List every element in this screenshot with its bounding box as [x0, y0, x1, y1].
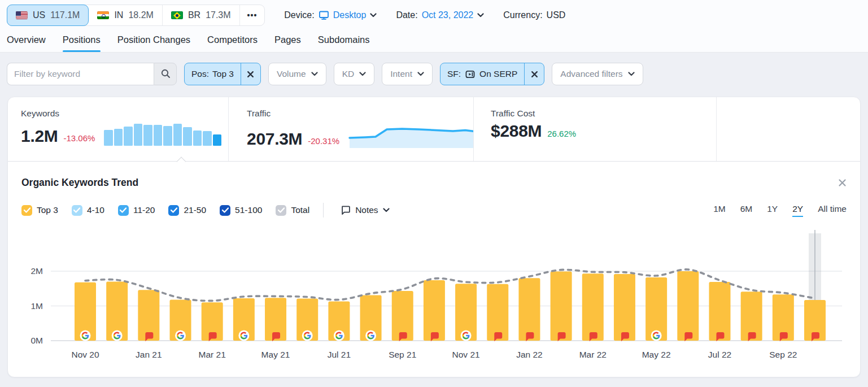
range-1m[interactable]: 1M: [713, 204, 726, 217]
chip-prefix: Pos:: [191, 69, 209, 79]
x-axis-label: Jul 21: [328, 350, 351, 359]
legend-label: Top 3: [37, 205, 58, 215]
notes-dropdown[interactable]: Notes: [337, 205, 393, 216]
x-axis-label: Nov 20: [71, 350, 99, 359]
spark-bar: [104, 130, 113, 146]
checkbox-checked-icon: [168, 205, 179, 216]
device-value: Desktop: [333, 10, 367, 20]
volume-filter-dropdown[interactable]: Volume: [268, 63, 326, 85]
tab-positions[interactable]: Positions: [63, 29, 101, 52]
google-update-marker[interactable]: [651, 331, 662, 341]
google-update-marker[interactable]: [365, 331, 376, 341]
chart-bar-mar-22[interactable]: [582, 273, 604, 341]
search-icon: [160, 68, 171, 80]
legend-51-100-checkbox[interactable]: 51-100: [220, 205, 262, 216]
currency-value: USD: [547, 10, 566, 20]
stat-traffic-cost[interactable]: Traffic Cost $288M 26.62%: [474, 97, 717, 161]
checkbox-checked-icon: [220, 205, 230, 216]
checkbox-checked-icon: [21, 205, 32, 216]
tab-pages[interactable]: Pages: [274, 29, 301, 52]
chip-value: On SERP: [479, 69, 517, 79]
organic-keywords-trend-panel: Organic Keywords Trend Top 3 4-10 11-20 …: [8, 162, 860, 367]
advanced-filters-dropdown[interactable]: Advanced filters: [552, 63, 643, 85]
country-tab-br[interactable]: BR 17.3M: [163, 5, 240, 25]
search-button[interactable]: [154, 63, 177, 85]
total-trend-dashed-line: [85, 269, 815, 301]
remove-position-filter-button[interactable]: [241, 63, 260, 85]
country-code: US: [33, 10, 45, 20]
range-6m[interactable]: 6M: [740, 204, 753, 217]
tab-subdomains[interactable]: Subdomains: [318, 29, 370, 52]
range-2y[interactable]: 2Y: [792, 204, 803, 217]
google-update-marker[interactable]: [80, 331, 91, 341]
header-area: US 117.1M IN 18.2M BR 17.3M ••• Device:: [0, 0, 868, 53]
x-axis-label: Mar 21: [199, 350, 226, 359]
position-filter-chip[interactable]: Pos: Top 3: [184, 63, 261, 85]
br-flag-icon: [171, 11, 183, 19]
chart-bar-apr-22[interactable]: [614, 274, 635, 341]
positions-overview-card: Keywords 1.2M -13.06% Traffic 207.3M -20…: [7, 97, 861, 377]
country-tab-us[interactable]: US 117.1M: [7, 5, 89, 26]
legend-11-20-checkbox[interactable]: 11-20: [118, 205, 155, 216]
legend-21-50-checkbox[interactable]: 21-50: [168, 205, 206, 216]
keywords-trend-chart[interactable]: 0M1M2MNov 20Jan 21Mar 21May 21Jul 21Sep …: [21, 222, 847, 367]
google-update-marker[interactable]: [334, 331, 344, 341]
chart-bar-oct-21[interactable]: [424, 280, 445, 341]
spark-bar: [203, 131, 212, 146]
top-bar: US 117.1M IN 18.2M BR 17.3M ••• Device:: [0, 0, 868, 28]
stat-keywords[interactable]: Keywords 1.2M -13.06%: [8, 97, 229, 161]
country-code: IN: [114, 10, 123, 20]
date-value: Oct 23, 2022: [422, 10, 474, 20]
range-all-time[interactable]: All time: [818, 204, 847, 217]
close-panel-button[interactable]: [838, 179, 847, 187]
legend-top3-checkbox[interactable]: Top 3: [21, 205, 58, 216]
device-selector[interactable]: Device: Desktop: [284, 10, 377, 20]
legend-4-10-checkbox[interactable]: 4-10: [72, 205, 104, 216]
close-icon: [531, 71, 538, 78]
intent-filter-dropdown[interactable]: Intent: [382, 63, 433, 85]
chevron-down-icon: [417, 72, 424, 76]
checkbox-checked-icon: [118, 205, 129, 216]
dropdown-label: Volume: [277, 69, 306, 79]
x-axis-label: Jul 22: [708, 350, 731, 359]
kd-filter-dropdown[interactable]: KD: [334, 63, 375, 85]
country-tab-in[interactable]: IN 18.2M: [89, 5, 162, 25]
chart-bar-jan-22[interactable]: [518, 278, 540, 341]
note-icon: [341, 205, 351, 215]
dropdown-label: Advanced filters: [560, 69, 622, 79]
range-1y[interactable]: 1Y: [767, 204, 778, 217]
traffic-value: 207.3M: [247, 131, 302, 147]
spark-bar: [193, 131, 202, 146]
keyword-filter-input[interactable]: [7, 63, 154, 85]
chart-bar-dec-21[interactable]: [487, 284, 508, 341]
more-countries-button[interactable]: •••: [240, 5, 265, 25]
stat-traffic[interactable]: Traffic 207.3M -20.31%: [229, 97, 474, 161]
google-update-marker[interactable]: [461, 331, 472, 341]
tab-position-changes[interactable]: Position Changes: [117, 29, 190, 52]
tab-competitors[interactable]: Competitors: [207, 29, 258, 52]
x-axis-label: Jan 21: [136, 350, 162, 359]
legend-total-checkbox[interactable]: Total: [276, 205, 309, 216]
chart-bar-feb-22[interactable]: [551, 272, 572, 341]
date-selector[interactable]: Date: Oct 23, 2022: [396, 10, 484, 20]
google-update-marker[interactable]: [175, 331, 186, 341]
chart-bar-jul-22[interactable]: [709, 282, 730, 341]
google-update-marker[interactable]: [238, 331, 249, 341]
tab-overview[interactable]: Overview: [7, 29, 46, 52]
chevron-down-icon: [477, 13, 484, 18]
device-label: Device:: [284, 10, 314, 20]
x-axis-label: May 21: [261, 350, 290, 359]
ellipsis-icon: •••: [247, 11, 258, 20]
spark-bar: [183, 127, 192, 146]
x-axis-label: Jan 22: [516, 350, 543, 359]
y-axis-label: 1M: [30, 301, 43, 311]
notes-label: Notes: [355, 205, 378, 215]
serp-features-filter-chip[interactable]: SF: On SERP: [440, 63, 544, 85]
section-tabs: Overview Positions Position Changes Comp…: [0, 28, 868, 52]
video-serp-feature-icon: [465, 69, 475, 79]
chart-bar-jun-22[interactable]: [677, 271, 699, 341]
google-update-marker[interactable]: [112, 331, 123, 341]
google-update-marker[interactable]: [302, 331, 313, 341]
country-tabs: US 117.1M IN 18.2M BR 17.3M •••: [7, 5, 265, 26]
remove-serp-filter-button[interactable]: [524, 63, 544, 85]
